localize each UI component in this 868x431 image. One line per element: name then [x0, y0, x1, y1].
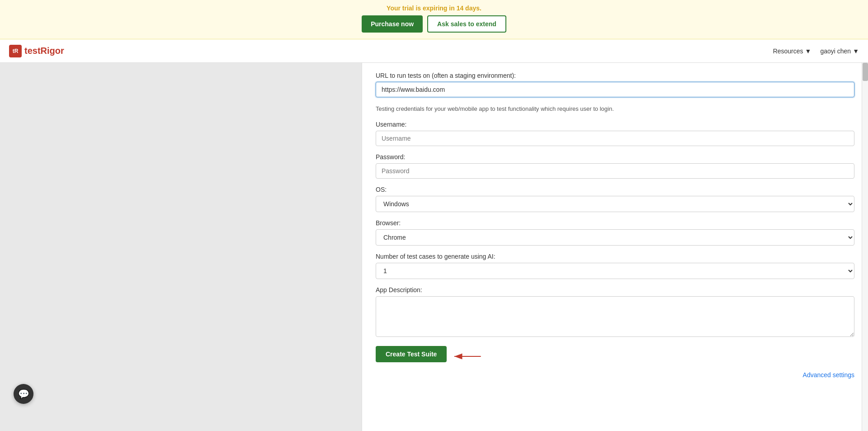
- advanced-settings-link[interactable]: Advanced settings: [376, 371, 854, 379]
- chat-icon: 💬: [18, 388, 29, 399]
- password-input[interactable]: [376, 163, 854, 179]
- create-test-suite-button[interactable]: Create Test Suite: [376, 346, 447, 362]
- sidebar: [0, 63, 362, 431]
- purchase-button[interactable]: Purchase now: [362, 15, 423, 33]
- app-description-field-group: App Description:: [376, 286, 854, 339]
- os-select[interactable]: Windows macOS Linux: [376, 196, 854, 212]
- navbar: tR testRigor Resources ▼ gaoyi chen ▼: [0, 39, 868, 63]
- trial-banner: Your trial is expiring in 14 days. Purch…: [0, 0, 868, 39]
- scrollbar[interactable]: [862, 63, 868, 431]
- username-input[interactable]: [376, 131, 854, 146]
- username-field-group: Username:: [376, 121, 854, 146]
- browser-field-group: Browser: Chrome Firefox Safari Edge: [376, 219, 854, 246]
- arrow-indicator: [451, 350, 483, 363]
- password-label: Password:: [376, 153, 854, 161]
- app-description-label: App Description:: [376, 286, 854, 294]
- url-field-group: URL to run tests on (often a staging env…: [376, 72, 854, 97]
- trial-buttons: Purchase now Ask sales to extend: [9, 15, 859, 33]
- browser-select[interactable]: Chrome Firefox Safari Edge: [376, 229, 854, 246]
- logo[interactable]: tR testRigor: [9, 45, 64, 57]
- ai-label: Number of test cases to generate using A…: [376, 253, 854, 260]
- ask-sales-button[interactable]: Ask sales to extend: [427, 15, 506, 33]
- browser-label: Browser:: [376, 219, 854, 227]
- username-label: Username:: [376, 121, 854, 128]
- create-row: Create Test Suite: [376, 346, 854, 367]
- user-chevron-icon: ▼: [853, 47, 859, 55]
- password-field-group: Password:: [376, 153, 854, 179]
- main-layout: URL to run tests on (often a staging env…: [0, 63, 868, 431]
- logo-icon: tR: [9, 45, 22, 57]
- form-panel: URL to run tests on (often a staging env…: [362, 63, 868, 431]
- os-label: OS:: [376, 186, 854, 193]
- arrow-icon: [451, 350, 483, 363]
- app-description-textarea[interactable]: [376, 296, 854, 337]
- user-dropdown[interactable]: gaoyi chen ▼: [820, 47, 859, 55]
- url-input[interactable]: [376, 82, 854, 97]
- trial-text: Your trial is expiring in 14 days.: [9, 5, 859, 12]
- credentials-description: Testing credentials for your web/mobile …: [376, 104, 854, 114]
- nav-right: Resources ▼ gaoyi chen ▼: [773, 47, 859, 55]
- resources-dropdown[interactable]: Resources ▼: [773, 47, 811, 55]
- scrollbar-thumb: [863, 63, 868, 81]
- chat-button[interactable]: 💬: [14, 384, 33, 404]
- resources-chevron-icon: ▼: [805, 47, 811, 55]
- ai-field-group: Number of test cases to generate using A…: [376, 253, 854, 279]
- logo-text: testRigor: [24, 46, 64, 56]
- ai-select[interactable]: 1 2 3 5 10: [376, 263, 854, 279]
- url-label: URL to run tests on (often a staging env…: [376, 72, 854, 79]
- os-field-group: OS: Windows macOS Linux: [376, 186, 854, 212]
